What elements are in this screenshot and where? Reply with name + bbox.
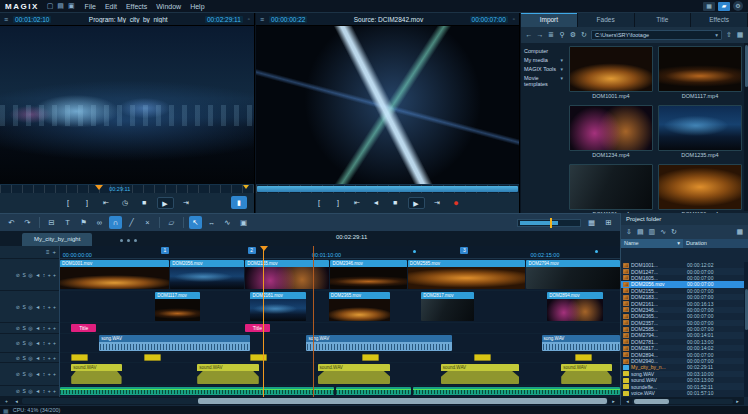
track-header[interactable]: ⊘S◎◄↕++ [0,259,59,291]
mute-icon[interactable]: ◄ [35,304,40,310]
menu-help[interactable]: Help [190,3,204,10]
monitor-icon[interactable]: ◎ [28,272,32,278]
layout-icon[interactable]: ▦ [703,2,715,11]
open-project-icon[interactable]: ▤ [57,2,64,10]
edit-mode-icon[interactable]: ▰ [718,2,730,11]
media-thumbnail[interactable]: DOM1181.mp4 [569,164,653,213]
menu-window[interactable]: Window [156,3,181,10]
monitor-icon[interactable]: ◎ [28,325,32,331]
grid-small-icon[interactable]: ▦ [585,216,598,229]
media-thumbnail[interactable]: DOM1234.mp4 [569,105,653,160]
media-file-row[interactable]: DOM2155...00:00:07:00 [621,288,744,294]
solo-icon[interactable]: S [22,272,25,278]
monitor-icon[interactable]: ◎ [28,340,32,346]
timeline-clip[interactable]: song.WAV [99,335,250,351]
back-icon[interactable]: ← [525,31,533,39]
resize-icon[interactable]: ↕ [43,340,46,346]
snap-icon[interactable]: ∩ [109,216,122,229]
forward-icon[interactable]: → [536,31,544,39]
timeline-clip[interactable]: sound.WAV [318,364,391,384]
redo-icon[interactable]: ↷ [21,216,34,229]
ruler[interactable]: 00:00:00:0000:01:10:0000:02:15:00123 [60,246,620,259]
timeline-clip[interactable]: DOM2794.mov [526,260,620,289]
media-thumbnail[interactable]: DOM1235.mp4 [658,105,742,160]
column-name[interactable]: Name▾ [621,239,683,248]
add-button[interactable]: + [2,398,11,404]
tree-item-computer[interactable]: Computer [524,46,565,55]
fx-icon[interactable]: + [48,388,51,394]
fx-icon[interactable]: + [48,355,51,361]
fx-icon[interactable]: + [48,325,51,331]
timeline-clip[interactable]: song.WAV [542,335,620,351]
timeline-clip[interactable] [250,354,267,361]
media-file-row[interactable]: DOM2056.mov00:00:07:00 [621,281,744,287]
keyframe-icon[interactable]: + [53,304,56,310]
chapter-marker[interactable]: 2 [248,247,256,254]
timeline-clip[interactable]: song.WAV [306,335,452,351]
keyframe-icon[interactable]: + [53,371,56,377]
stop-button[interactable]: ■ [138,197,151,209]
track-header[interactable]: ⊘S◎◄↕++ [0,353,59,363]
fx-icon[interactable]: + [48,304,51,310]
lock-icon[interactable]: ⊘ [16,325,20,331]
program-scrubber[interactable]: 00:29:11 [0,184,254,193]
fx-icon[interactable]: + [48,272,51,278]
track-menu-icon[interactable]: ≡ [46,249,50,255]
timeline-clip[interactable]: DOM1117.mov [155,292,200,321]
fx-icon[interactable]: + [48,371,51,377]
monitor-icon[interactable]: ◎ [28,388,32,394]
razor-icon[interactable]: ╱ [125,216,138,229]
range-icon[interactable]: ▱ [165,216,178,229]
source-scrubber[interactable] [256,184,519,193]
scroll-right-icon[interactable]: ▸ [609,398,618,404]
stop-button[interactable]: ■ [389,197,402,209]
playhead[interactable] [263,246,264,397]
zoom-slider[interactable] [517,219,581,227]
track-header[interactable]: ⊘S◎◄↕++ [0,363,59,386]
media-file-row[interactable]: DOM1001...00:00:12:02 [621,262,744,268]
media-file-row[interactable]: DOM2794...00:00:14:01 [621,332,744,338]
refresh-icon[interactable]: ↻ [580,31,588,39]
source-range-bar[interactable] [257,186,518,192]
import-icon[interactable]: ⇩ [626,228,632,236]
monitor-icon[interactable]: ◎ [28,304,32,310]
play-button[interactable]: ▶ [408,197,425,209]
media-file-row[interactable]: song.WAV00:03:10:00 [621,371,744,377]
tab-import[interactable]: Import [521,13,578,27]
lock-icon[interactable]: ⊘ [16,371,20,377]
add-track-icon[interactable]: + [52,249,56,255]
preview-icon[interactable]: ∞ [93,216,106,229]
lock-icon[interactable]: ⊘ [16,272,20,278]
marker-icon[interactable]: ⚑ [77,216,90,229]
mute-icon[interactable]: ◄ [35,355,40,361]
search-icon[interactable]: ⚲ [558,31,566,39]
jump-start-button[interactable]: ⇤ [100,197,113,209]
hscroll-thumb[interactable] [198,398,607,404]
timeline-clip[interactable]: sound.WAV [441,364,519,384]
scroll-right-icon[interactable]: ▸ [733,398,742,404]
media-thumbnail[interactable]: DOM1001.mp4 [569,46,653,101]
pointer-icon[interactable]: ↖ [189,216,202,229]
timeline-clip[interactable] [474,354,491,361]
menu-file[interactable]: File [85,3,96,10]
lock-icon[interactable]: ⊘ [16,388,20,394]
media-file-row[interactable]: DOM1247...00:00:07:00 [621,268,744,274]
mark-in-button[interactable]: [ [313,197,326,209]
timeline-clip[interactable]: sound.WAV [197,364,259,384]
lock-icon[interactable]: ⊘ [16,355,20,361]
media-file-row[interactable]: DOM2781...00:00:13:00 [621,339,744,345]
timeline-clip[interactable]: DOM2585.mov [408,260,526,289]
menu-icon[interactable]: ≡ [260,16,264,23]
tab-title[interactable]: Title [635,13,692,27]
timeline-clip[interactable]: DOM2346.mov [330,260,406,289]
timeline-clip[interactable] [362,354,379,361]
tab-effects[interactable]: Effects [691,13,748,27]
mute-icon[interactable]: ◄ [35,371,40,377]
mute-icon[interactable]: ◄ [35,325,40,331]
mute-icon[interactable]: ◄ [35,340,40,346]
monitor-icon[interactable]: ◎ [28,371,32,377]
media-thumbnail[interactable]: DOM1180.mp4 [658,164,742,213]
pin-icon[interactable]: ▫ [513,16,515,22]
jump-start-button[interactable]: ⇤ [351,197,364,209]
timeline-clip[interactable]: DOM2155.mov [245,260,329,289]
